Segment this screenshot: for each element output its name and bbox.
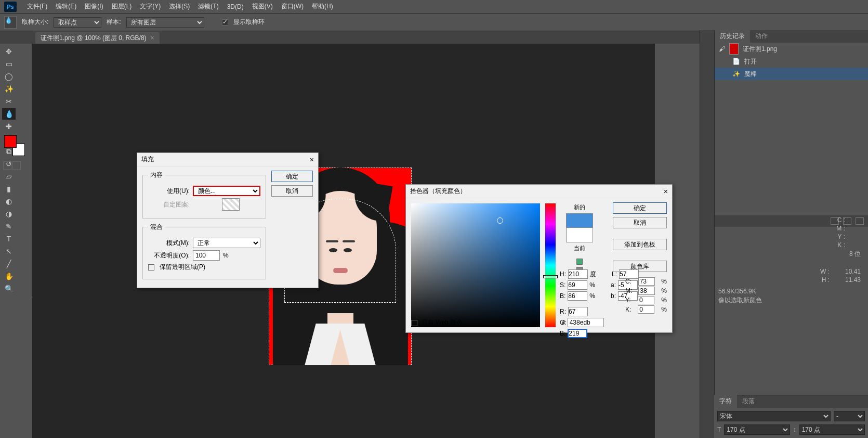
pen-tool-icon[interactable]: ✎ bbox=[2, 221, 16, 232]
fill-dialog-title: 填充 bbox=[141, 155, 154, 164]
hue-slider[interactable] bbox=[545, 203, 556, 327]
dodge-tool-icon[interactable]: ◑ bbox=[2, 208, 16, 220]
menu-window[interactable]: 窗口(W) bbox=[277, 2, 308, 11]
fill-ok-button[interactable]: 确定 bbox=[271, 171, 313, 182]
preserve-trans-checkbox[interactable] bbox=[148, 264, 154, 270]
menu-edit[interactable]: 编辑(E) bbox=[51, 2, 81, 11]
menu-help[interactable]: 帮助(H) bbox=[308, 2, 337, 11]
foreground-swatch[interactable] bbox=[4, 135, 17, 148]
move-tool-icon[interactable]: ✥ bbox=[2, 46, 16, 57]
h-input[interactable] bbox=[568, 269, 588, 279]
zoom-tool-icon[interactable]: 🔍 bbox=[2, 283, 16, 294]
sample-size-select[interactable]: 取样点 bbox=[54, 17, 101, 28]
fill-mode-select[interactable]: 正常 bbox=[193, 238, 260, 248]
show-ring-label: 显示取样环 bbox=[233, 18, 265, 27]
heal-tool-icon[interactable]: ✚ bbox=[2, 121, 16, 132]
b-rgb-input[interactable] bbox=[568, 329, 587, 338]
menu-view[interactable]: 视图(V) bbox=[248, 2, 277, 11]
colorpicker-cancel-button[interactable]: 取消 bbox=[613, 217, 667, 228]
history-thumb bbox=[729, 43, 739, 55]
marquee-tool-icon[interactable]: ▭ bbox=[2, 58, 16, 70]
m-input[interactable] bbox=[638, 287, 655, 295]
preserve-trans-label: 保留透明区域(P) bbox=[160, 263, 205, 272]
menu-filter[interactable]: 滤镜(T) bbox=[194, 2, 222, 11]
history-open-label: 打开 bbox=[744, 57, 757, 66]
quickmask-icon[interactable] bbox=[3, 161, 11, 170]
gradient-tool-icon[interactable]: ▮ bbox=[2, 183, 16, 195]
leading-select[interactable]: 170 点 bbox=[799, 424, 865, 435]
menu-layer[interactable]: 图层(L) bbox=[108, 2, 136, 11]
blur-tool-icon[interactable]: ◐ bbox=[2, 196, 16, 207]
b-hsb-input[interactable] bbox=[568, 291, 587, 301]
screenmode-icon[interactable] bbox=[12, 161, 21, 170]
eyedropper-indicator-icon[interactable]: 💧 bbox=[4, 16, 17, 29]
color-picker-title: 拾色器（填充颜色） bbox=[410, 187, 466, 196]
character-panel: 字符 段落 宋体 - T 170 点 ↕ 170 点 bbox=[714, 395, 868, 438]
quickmask-row bbox=[3, 161, 21, 170]
show-ring-checkbox[interactable] bbox=[222, 19, 228, 25]
wand-tool-icon[interactable]: ✨ bbox=[2, 83, 16, 95]
k-input[interactable] bbox=[638, 305, 654, 314]
font-style-select[interactable]: - bbox=[834, 411, 865, 421]
eyedropper-tool-icon[interactable]: 💧 bbox=[2, 108, 16, 120]
menu-file[interactable]: 文件(F) bbox=[23, 2, 51, 11]
path-select-tool-icon[interactable]: ↖ bbox=[2, 246, 16, 257]
document-tab-title: 证件照1.png @ 100% (图层 0, RGB/8) bbox=[41, 34, 147, 43]
history-doc-name: 证件照1.png bbox=[743, 45, 777, 54]
menubar: Ps 文件(F) 编辑(E) 图像(I) 图层(L) 文字(Y) 选择(S) 滤… bbox=[0, 0, 868, 14]
history-wand-row[interactable]: ✨ 魔棒 bbox=[715, 68, 868, 80]
new-color-swatch bbox=[566, 213, 593, 228]
new-color-label: 新的 bbox=[574, 203, 585, 211]
history-doc-row[interactable]: 🖌 证件照1.png bbox=[715, 43, 868, 55]
fill-dialog-titlebar[interactable]: 填充 × bbox=[137, 153, 318, 166]
font-family-select[interactable]: 宋体 bbox=[717, 411, 831, 421]
brush-icon: 🖌 bbox=[719, 45, 725, 53]
panel-strip[interactable] bbox=[700, 30, 714, 438]
fill-cancel-button[interactable]: 取消 bbox=[271, 185, 313, 197]
photo-eye bbox=[329, 248, 337, 252]
history-open-row[interactable]: 📄 打开 bbox=[715, 55, 868, 68]
close-icon[interactable]: × bbox=[310, 156, 314, 164]
fill-pattern-swatch[interactable] bbox=[222, 198, 240, 211]
character-tab[interactable]: 字符 bbox=[714, 395, 737, 408]
color-field[interactable] bbox=[411, 203, 540, 327]
c-input[interactable] bbox=[638, 277, 655, 286]
menu-select[interactable]: 选择(S) bbox=[165, 2, 194, 11]
web-only-checkbox[interactable] bbox=[411, 320, 417, 326]
fill-use-label: 使用(U): bbox=[148, 187, 190, 196]
leading-icon: ↕ bbox=[793, 426, 796, 433]
history-tab[interactable]: 历史记录 bbox=[715, 30, 750, 43]
colorpicker-ok-button[interactable]: 确定 bbox=[613, 202, 667, 214]
r-input[interactable] bbox=[568, 307, 588, 316]
s-input[interactable] bbox=[568, 280, 587, 290]
hex-input[interactable] bbox=[568, 318, 604, 327]
sample-select[interactable]: 所有图层 bbox=[126, 17, 204, 28]
y-input[interactable] bbox=[638, 296, 654, 304]
fill-opacity-input[interactable] bbox=[193, 250, 220, 261]
fill-dialog: 填充 × 内容 使用(U): 颜色... 自定图案: 混合 模式(M): bbox=[137, 152, 319, 288]
crop-tool-icon[interactable]: ✂ bbox=[2, 96, 16, 107]
line-tool-icon[interactable]: ╱ bbox=[2, 258, 16, 269]
lasso-tool-icon[interactable]: ◯ bbox=[2, 71, 16, 82]
photo-eye bbox=[344, 248, 352, 252]
add-to-swatches-button[interactable]: 添加到色板 bbox=[613, 239, 667, 250]
fill-opacity-label: 不透明度(O): bbox=[148, 251, 190, 260]
menu-image[interactable]: 图像(I) bbox=[81, 2, 107, 11]
close-icon[interactable]: × bbox=[151, 34, 154, 42]
fill-pattern-label: 自定图案: bbox=[148, 200, 190, 209]
actions-tab[interactable]: 动作 bbox=[750, 30, 773, 43]
gamut-warning-icon[interactable] bbox=[576, 259, 583, 265]
hand-tool-icon[interactable]: ✋ bbox=[2, 270, 16, 282]
menu-type[interactable]: 文字(Y) bbox=[136, 2, 165, 11]
close-icon[interactable]: × bbox=[664, 187, 668, 196]
fill-use-select[interactable]: 颜色... bbox=[193, 186, 260, 196]
hue-slider-thumb[interactable] bbox=[543, 275, 558, 278]
paragraph-tab[interactable]: 段落 bbox=[737, 395, 760, 408]
current-color-swatch[interactable] bbox=[566, 228, 593, 242]
font-size-select[interactable]: 170 点 bbox=[724, 424, 790, 435]
type-tool-icon[interactable]: T bbox=[2, 233, 16, 244]
color-picker-titlebar[interactable]: 拾色器（填充颜色） × bbox=[406, 185, 672, 198]
document-tab[interactable]: 证件照1.png @ 100% (图层 0, RGB/8) × bbox=[35, 32, 160, 44]
eraser-tool-icon[interactable]: ▱ bbox=[2, 171, 16, 182]
menu-3d[interactable]: 3D(D) bbox=[223, 3, 248, 10]
